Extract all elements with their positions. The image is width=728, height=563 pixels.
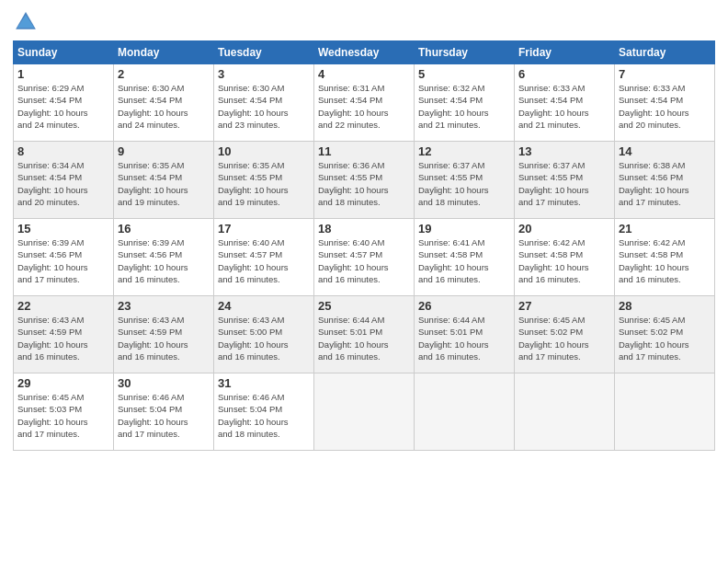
day-number: 29 bbox=[17, 376, 109, 390]
day-number: 10 bbox=[218, 144, 310, 158]
day-cell: 10Sunrise: 6:35 AM Sunset: 4:55 PM Dayli… bbox=[214, 142, 314, 219]
day-cell: 17Sunrise: 6:40 AM Sunset: 4:57 PM Dayli… bbox=[214, 219, 314, 296]
day-cell: 1Sunrise: 6:29 AM Sunset: 4:54 PM Daylig… bbox=[14, 64, 114, 142]
day-number: 12 bbox=[418, 144, 510, 158]
day-number: 18 bbox=[318, 222, 410, 236]
day-cell: 7Sunrise: 6:33 AM Sunset: 4:54 PM Daylig… bbox=[615, 64, 715, 142]
day-number: 25 bbox=[318, 299, 410, 313]
day-info: Sunrise: 6:44 AM Sunset: 5:01 PM Dayligh… bbox=[418, 315, 489, 362]
day-cell: 16Sunrise: 6:39 AM Sunset: 4:56 PM Dayli… bbox=[114, 219, 214, 296]
day-cell: 27Sunrise: 6:45 AM Sunset: 5:02 PM Dayli… bbox=[515, 296, 615, 373]
day-info: Sunrise: 6:32 AM Sunset: 4:54 PM Dayligh… bbox=[418, 83, 489, 130]
day-info: Sunrise: 6:33 AM Sunset: 4:54 PM Dayligh… bbox=[518, 83, 589, 130]
day-number: 15 bbox=[17, 222, 109, 236]
day-cell bbox=[615, 373, 715, 451]
day-info: Sunrise: 6:35 AM Sunset: 4:55 PM Dayligh… bbox=[218, 160, 289, 207]
day-cell bbox=[314, 373, 415, 451]
day-cell: 15Sunrise: 6:39 AM Sunset: 4:56 PM Dayli… bbox=[14, 219, 114, 296]
day-number: 26 bbox=[418, 299, 510, 313]
day-info: Sunrise: 6:30 AM Sunset: 4:54 PM Dayligh… bbox=[218, 83, 289, 130]
day-info: Sunrise: 6:38 AM Sunset: 4:56 PM Dayligh… bbox=[619, 160, 689, 207]
day-cell: 25Sunrise: 6:44 AM Sunset: 5:01 PM Dayli… bbox=[314, 296, 415, 373]
day-cell: 31Sunrise: 6:46 AM Sunset: 5:04 PM Dayli… bbox=[214, 373, 314, 451]
day-number: 21 bbox=[619, 222, 711, 236]
day-info: Sunrise: 6:42 AM Sunset: 4:58 PM Dayligh… bbox=[518, 237, 589, 284]
day-info: Sunrise: 6:42 AM Sunset: 4:58 PM Dayligh… bbox=[619, 237, 689, 284]
weekday-thursday: Thursday bbox=[415, 41, 515, 64]
day-info: Sunrise: 6:37 AM Sunset: 4:55 PM Dayligh… bbox=[418, 160, 489, 207]
day-number: 22 bbox=[17, 299, 109, 313]
day-info: Sunrise: 6:44 AM Sunset: 5:01 PM Dayligh… bbox=[318, 315, 389, 362]
header bbox=[13, 9, 715, 35]
day-number: 28 bbox=[619, 299, 711, 313]
day-info: Sunrise: 6:30 AM Sunset: 4:54 PM Dayligh… bbox=[118, 83, 188, 130]
day-number: 1 bbox=[17, 67, 109, 81]
week-row-1: 1Sunrise: 6:29 AM Sunset: 4:54 PM Daylig… bbox=[14, 64, 715, 142]
day-cell: 23Sunrise: 6:43 AM Sunset: 4:59 PM Dayli… bbox=[114, 296, 214, 373]
calendar-table: SundayMondayTuesdayWednesdayThursdayFrid… bbox=[13, 40, 715, 451]
day-number: 14 bbox=[619, 144, 711, 158]
day-info: Sunrise: 6:45 AM Sunset: 5:02 PM Dayligh… bbox=[518, 315, 589, 362]
day-cell: 13Sunrise: 6:37 AM Sunset: 4:55 PM Dayli… bbox=[515, 142, 615, 219]
day-number: 13 bbox=[518, 144, 610, 158]
weekday-sunday: Sunday bbox=[14, 41, 114, 64]
day-info: Sunrise: 6:43 AM Sunset: 4:59 PM Dayligh… bbox=[17, 315, 88, 362]
logo-icon bbox=[13, 9, 39, 35]
day-number: 5 bbox=[418, 67, 510, 81]
day-info: Sunrise: 6:43 AM Sunset: 4:59 PM Dayligh… bbox=[118, 315, 188, 362]
day-cell: 21Sunrise: 6:42 AM Sunset: 4:58 PM Dayli… bbox=[615, 219, 715, 296]
day-number: 11 bbox=[318, 144, 410, 158]
calendar-page: SundayMondayTuesdayWednesdayThursdayFrid… bbox=[0, 0, 728, 563]
day-info: Sunrise: 6:40 AM Sunset: 4:57 PM Dayligh… bbox=[318, 237, 389, 284]
day-number: 8 bbox=[17, 144, 109, 158]
week-row-2: 8Sunrise: 6:34 AM Sunset: 4:54 PM Daylig… bbox=[14, 142, 715, 219]
day-info: Sunrise: 6:43 AM Sunset: 5:00 PM Dayligh… bbox=[218, 315, 289, 362]
day-cell: 8Sunrise: 6:34 AM Sunset: 4:54 PM Daylig… bbox=[14, 142, 114, 219]
day-number: 16 bbox=[118, 222, 210, 236]
day-info: Sunrise: 6:46 AM Sunset: 5:04 PM Dayligh… bbox=[118, 392, 188, 439]
week-row-4: 22Sunrise: 6:43 AM Sunset: 4:59 PM Dayli… bbox=[14, 296, 715, 373]
day-cell: 20Sunrise: 6:42 AM Sunset: 4:58 PM Dayli… bbox=[515, 219, 615, 296]
day-cell: 3Sunrise: 6:30 AM Sunset: 4:54 PM Daylig… bbox=[214, 64, 314, 142]
day-cell bbox=[415, 373, 515, 451]
weekday-saturday: Saturday bbox=[615, 41, 715, 64]
day-number: 7 bbox=[619, 67, 711, 81]
day-info: Sunrise: 6:39 AM Sunset: 4:56 PM Dayligh… bbox=[118, 237, 188, 284]
day-cell: 5Sunrise: 6:32 AM Sunset: 4:54 PM Daylig… bbox=[415, 64, 515, 142]
svg-marker-1 bbox=[17, 15, 35, 28]
day-cell: 4Sunrise: 6:31 AM Sunset: 4:54 PM Daylig… bbox=[314, 64, 415, 142]
week-row-5: 29Sunrise: 6:45 AM Sunset: 5:03 PM Dayli… bbox=[14, 373, 715, 451]
day-number: 2 bbox=[118, 67, 210, 81]
day-number: 31 bbox=[218, 376, 310, 390]
day-number: 27 bbox=[518, 299, 610, 313]
day-cell: 12Sunrise: 6:37 AM Sunset: 4:55 PM Dayli… bbox=[415, 142, 515, 219]
day-cell: 30Sunrise: 6:46 AM Sunset: 5:04 PM Dayli… bbox=[114, 373, 214, 451]
day-cell: 6Sunrise: 6:33 AM Sunset: 4:54 PM Daylig… bbox=[515, 64, 615, 142]
week-row-3: 15Sunrise: 6:39 AM Sunset: 4:56 PM Dayli… bbox=[14, 219, 715, 296]
weekday-friday: Friday bbox=[515, 41, 615, 64]
day-info: Sunrise: 6:41 AM Sunset: 4:58 PM Dayligh… bbox=[418, 237, 489, 284]
day-cell: 18Sunrise: 6:40 AM Sunset: 4:57 PM Dayli… bbox=[314, 219, 415, 296]
day-info: Sunrise: 6:45 AM Sunset: 5:02 PM Dayligh… bbox=[619, 315, 689, 362]
day-number: 9 bbox=[118, 144, 210, 158]
day-number: 20 bbox=[518, 222, 610, 236]
day-info: Sunrise: 6:33 AM Sunset: 4:54 PM Dayligh… bbox=[619, 83, 689, 130]
day-cell: 2Sunrise: 6:30 AM Sunset: 4:54 PM Daylig… bbox=[114, 64, 214, 142]
day-info: Sunrise: 6:40 AM Sunset: 4:57 PM Dayligh… bbox=[218, 237, 289, 284]
day-info: Sunrise: 6:36 AM Sunset: 4:55 PM Dayligh… bbox=[318, 160, 389, 207]
day-number: 24 bbox=[218, 299, 310, 313]
day-cell: 29Sunrise: 6:45 AM Sunset: 5:03 PM Dayli… bbox=[14, 373, 114, 451]
weekday-monday: Monday bbox=[114, 41, 214, 64]
day-cell: 22Sunrise: 6:43 AM Sunset: 4:59 PM Dayli… bbox=[14, 296, 114, 373]
day-cell: 11Sunrise: 6:36 AM Sunset: 4:55 PM Dayli… bbox=[314, 142, 415, 219]
day-cell: 14Sunrise: 6:38 AM Sunset: 4:56 PM Dayli… bbox=[615, 142, 715, 219]
day-cell: 19Sunrise: 6:41 AM Sunset: 4:58 PM Dayli… bbox=[415, 219, 515, 296]
weekday-wednesday: Wednesday bbox=[314, 41, 415, 64]
day-number: 4 bbox=[318, 67, 410, 81]
day-number: 3 bbox=[218, 67, 310, 81]
day-cell: 24Sunrise: 6:43 AM Sunset: 5:00 PM Dayli… bbox=[214, 296, 314, 373]
weekday-tuesday: Tuesday bbox=[214, 41, 314, 64]
day-cell: 9Sunrise: 6:35 AM Sunset: 4:54 PM Daylig… bbox=[114, 142, 214, 219]
day-info: Sunrise: 6:46 AM Sunset: 5:04 PM Dayligh… bbox=[218, 392, 289, 439]
day-number: 17 bbox=[218, 222, 310, 236]
